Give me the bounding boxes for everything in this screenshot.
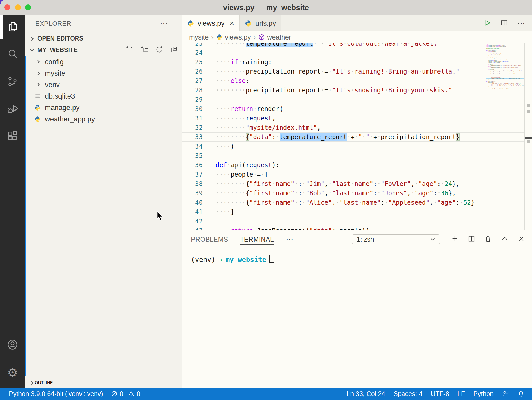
explorer-icon[interactable] xyxy=(0,20,25,33)
code-line-40[interactable]: 40········{"first·name"·:·"Alice",·"last… xyxy=(182,198,525,207)
code-line-35[interactable]: 35 xyxy=(182,151,525,160)
maximize-panel-icon[interactable] xyxy=(501,235,509,244)
outline-section[interactable]: OUTLINE xyxy=(25,378,182,388)
code-line-43[interactable]: 43····return·JsonResponse({"data":·peopl… xyxy=(182,226,525,230)
close-panel-icon[interactable] xyxy=(517,235,525,244)
line-number: 28 xyxy=(182,86,203,95)
panel-tabs: PROBLEMSTERMINAL xyxy=(191,233,286,245)
code-line-37[interactable]: 37····people·=·[ xyxy=(182,170,525,179)
code-line-38[interactable]: 38········{"first·name"·:·"Jim",·"last·n… xyxy=(182,179,525,189)
status-item[interactable]: Python xyxy=(473,390,494,398)
panel-tab-problems[interactable]: PROBLEMS xyxy=(191,233,228,245)
status-item[interactable]: Ln 33, Col 24 xyxy=(347,390,385,398)
breadcrumb-weather[interactable]: weather xyxy=(258,33,291,41)
panel-header: PROBLEMSTERMINAL ⋯ 1: zsh xyxy=(182,230,532,249)
scrollbar-cursor-mark xyxy=(525,137,532,139)
code-text: ········precipitation_report·=·"It's·rai… xyxy=(216,67,460,76)
code-line-31[interactable]: 31········request, xyxy=(182,114,525,123)
title-bar[interactable]: views.py — my_website xyxy=(0,0,532,15)
tree-item-weather_app.py[interactable]: weather_app.py xyxy=(26,113,181,125)
editor-more-actions-icon[interactable]: ⋯ xyxy=(517,19,525,28)
tab-list: views.py×urls.py xyxy=(182,15,281,31)
tree-item-config[interactable]: config xyxy=(26,56,181,68)
minimap[interactable]: import randomfrom django.shortcuts impor… xyxy=(485,44,525,189)
minimap-content: import randomfrom django.shortcuts impor… xyxy=(486,44,525,89)
problems-status[interactable]: 0 0 xyxy=(111,390,141,398)
source-control-icon[interactable] xyxy=(0,75,25,88)
breadcrumb-mysite[interactable]: mysite xyxy=(189,33,209,41)
code-line-39[interactable]: 39········{"first·name"·:·"Bob",·"last·n… xyxy=(182,189,525,198)
bottom-panel: PROBLEMSTERMINAL ⋯ 1: zsh (venv)→my_webs… xyxy=(182,230,532,388)
workspace-root-section[interactable]: MY_WEBSITE xyxy=(25,44,182,56)
explorer-more-actions-icon[interactable]: ⋯ xyxy=(160,18,168,29)
code-line-30[interactable]: 30····return·render( xyxy=(182,104,525,114)
line-number: 26 xyxy=(182,67,203,76)
tab-views.py[interactable]: views.py× xyxy=(182,15,240,31)
new-terminal-icon[interactable] xyxy=(451,235,459,244)
tree-item-label: manage.py xyxy=(45,104,80,112)
panel-more-actions-icon[interactable]: ⋯ xyxy=(286,235,294,244)
code-line-42[interactable]: 42 xyxy=(182,217,525,226)
tree-item-db.sqlite3[interactable]: db.sqlite3 xyxy=(26,91,181,102)
new-folder-icon[interactable] xyxy=(141,46,148,54)
code-line-23[interactable]: 23········temperature_report·=·"It's·col… xyxy=(182,43,525,48)
tree-item-label: mysite xyxy=(45,69,65,78)
error-icon xyxy=(111,390,118,397)
breadcrumb-views.py[interactable]: views.py xyxy=(216,33,251,41)
tree-item-manage.py[interactable]: manage.py xyxy=(26,102,181,113)
terminal[interactable]: (venv)→my_website xyxy=(191,255,274,264)
breadcrumb-separator: › xyxy=(211,33,214,41)
run-python-file-icon[interactable] xyxy=(483,19,491,28)
new-file-icon[interactable] xyxy=(126,46,134,54)
line-number: 23 xyxy=(182,43,203,48)
terminal-shell-select[interactable]: 1: zsh xyxy=(352,234,440,244)
feedback-icon[interactable] xyxy=(502,390,509,397)
editor-scrollbar[interactable] xyxy=(524,43,532,230)
code-line-41[interactable]: 41····] xyxy=(182,207,525,217)
code-line-32[interactable]: 32········"mysite/index.html", xyxy=(182,123,525,132)
open-editors-label: OPEN EDITORS xyxy=(37,35,83,42)
code-line-24[interactable]: 24 xyxy=(182,48,525,57)
line-number: 31 xyxy=(182,114,203,123)
code-line-28[interactable]: 28········precipitation_report·=·"It's·s… xyxy=(182,86,525,95)
open-editors-section[interactable]: OPEN EDITORS xyxy=(25,33,182,44)
python-interpreter-status[interactable]: Python 3.9.0 64-bit ('venv': venv) xyxy=(9,390,103,398)
account-icon[interactable] xyxy=(0,338,25,351)
code-text: ····else: xyxy=(216,76,249,86)
tree-item-mysite[interactable]: mysite xyxy=(26,68,181,79)
notifications-bell-icon[interactable] xyxy=(517,390,525,397)
code-line-36[interactable]: 36def·api(request): xyxy=(182,160,525,170)
close-tab-icon[interactable]: × xyxy=(230,19,234,28)
settings-gear-icon[interactable]: ⚙ xyxy=(0,366,25,379)
tab-label: urls.py xyxy=(255,20,276,28)
run-debug-icon[interactable] xyxy=(0,102,25,115)
code-line-33[interactable]: 33········{"data":·temperature_report·+·… xyxy=(182,132,525,142)
tree-item-label: venv xyxy=(45,81,60,89)
extensions-icon[interactable] xyxy=(0,130,25,143)
code-line-26[interactable]: 26········precipitation_report·=·"It's·r… xyxy=(182,67,525,76)
code-line-34[interactable]: 34····) xyxy=(182,142,525,151)
panel-tab-terminal[interactable]: TERMINAL xyxy=(240,233,274,245)
refresh-icon[interactable] xyxy=(155,46,163,54)
line-number: 34 xyxy=(182,142,203,151)
line-number: 36 xyxy=(182,160,203,170)
tab-urls.py[interactable]: urls.py xyxy=(240,15,282,31)
code-text: ····] xyxy=(216,207,234,217)
status-item[interactable]: Spaces: 4 xyxy=(394,390,422,398)
line-number: 42 xyxy=(182,217,203,226)
split-editor-icon[interactable] xyxy=(500,19,508,28)
collapse-folders-icon[interactable] xyxy=(170,46,178,54)
line-number: 27 xyxy=(182,76,203,86)
line-number: 25 xyxy=(182,57,203,67)
split-terminal-icon[interactable] xyxy=(468,235,475,244)
status-item[interactable]: LF xyxy=(457,390,465,398)
code-line-29[interactable]: 29 xyxy=(182,95,525,104)
status-item[interactable]: UTF-8 xyxy=(431,390,449,398)
tree-item-venv[interactable]: venv xyxy=(26,79,181,91)
code-line-25[interactable]: 25····if·raining: xyxy=(182,57,525,67)
tree-item-label: db.sqlite3 xyxy=(45,92,75,100)
code-line-27[interactable]: 27····else: xyxy=(182,76,525,86)
search-icon[interactable] xyxy=(0,48,25,61)
kill-terminal-icon[interactable] xyxy=(484,235,492,244)
code-editor[interactable]: 23········temperature_report·=·"It's·col… xyxy=(182,43,532,230)
